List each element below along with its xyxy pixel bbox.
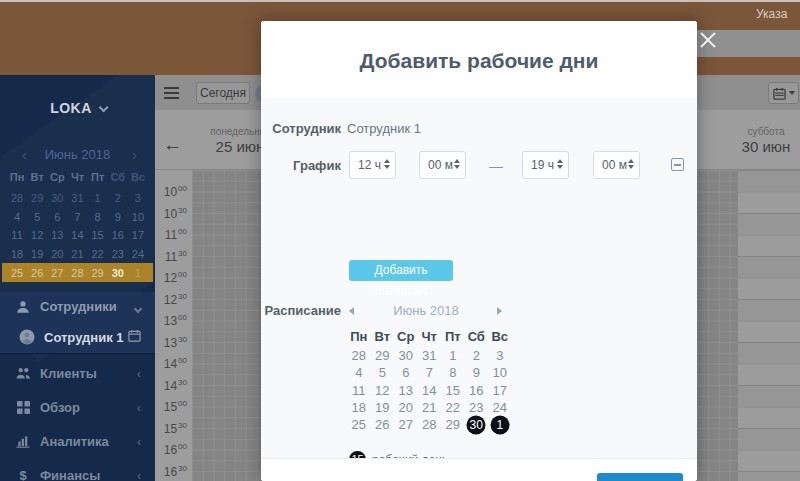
calendar-day[interactable]: 26 xyxy=(371,416,395,433)
calendar-day[interactable]: 29 xyxy=(27,192,47,204)
calendar-day[interactable]: 21 xyxy=(418,399,442,416)
calendar-day[interactable]: 9 xyxy=(108,211,128,223)
calendar-day[interactable]: 29 xyxy=(88,267,108,279)
from-minute-stepper[interactable]: 00 м xyxy=(419,151,466,179)
modal-prev-month-arrow[interactable] xyxy=(349,307,354,315)
calendar-day[interactable]: 3 xyxy=(128,192,148,204)
to-minute-stepper[interactable]: 00 м xyxy=(593,151,640,179)
calendar-day[interactable]: 28 xyxy=(67,267,87,279)
calendar-day[interactable]: 16 xyxy=(465,382,489,399)
calendar-day[interactable]: 2 xyxy=(465,347,489,364)
calendar-day[interactable]: 13 xyxy=(394,382,418,399)
calendar-day[interactable]: 20 xyxy=(47,248,67,260)
calendar-day[interactable]: 25 xyxy=(7,267,27,279)
remove-interval-button[interactable] xyxy=(671,158,684,171)
calendar-day[interactable]: 25 xyxy=(347,416,371,433)
calendar-day[interactable]: 29 xyxy=(441,416,465,433)
sidebar-item-сотрудники[interactable]: Сотрудники xyxy=(0,292,155,321)
calendar-day[interactable]: 26 xyxy=(27,267,47,279)
calendar-day[interactable]: 31 xyxy=(67,192,87,204)
calendar-day[interactable]: 14 xyxy=(67,229,87,241)
weekday-label: Сб xyxy=(108,171,128,183)
stepper-arrows-icon[interactable] xyxy=(628,159,634,169)
calendar-day[interactable]: 30 xyxy=(394,347,418,364)
calendar-day[interactable]: 1 xyxy=(441,347,465,364)
company-selector[interactable]: LOKA xyxy=(0,100,155,116)
calendar-day[interactable]: 4 xyxy=(347,364,371,381)
calendar-day[interactable]: 17 xyxy=(488,382,512,399)
calendar-day[interactable]: 24 xyxy=(128,248,148,260)
today-button[interactable]: Сегодня xyxy=(196,82,250,104)
calendar-day[interactable]: 28 xyxy=(7,192,27,204)
hamburger-menu-icon[interactable] xyxy=(164,87,179,99)
calendar-day[interactable]: 15 xyxy=(88,229,108,241)
header-notification-link[interactable]: Указа xyxy=(756,7,787,21)
calendar-day[interactable]: 19 xyxy=(27,248,47,260)
calendar-day[interactable]: 23 xyxy=(108,248,128,260)
calendar-day[interactable]: 29 xyxy=(371,347,395,364)
calendar-day[interactable]: 31 xyxy=(418,347,442,364)
calendar-day[interactable]: 28 xyxy=(347,347,371,364)
calendar-day[interactable]: 8 xyxy=(441,364,465,381)
calendar-day[interactable]: 7 xyxy=(67,211,87,223)
calendar-day[interactable]: 17 xyxy=(128,229,148,241)
modal-next-month-arrow[interactable] xyxy=(497,307,502,315)
calendar-day[interactable]: 24 xyxy=(488,399,512,416)
calendar-day[interactable]: 19 xyxy=(371,399,395,416)
sidebar-item-клиенты[interactable]: Клиенты‹ xyxy=(0,356,155,390)
calendar-day[interactable]: 12 xyxy=(27,229,47,241)
calendar-day[interactable]: 18 xyxy=(7,248,27,260)
calendar-icon[interactable] xyxy=(128,328,141,346)
stepper-arrows-icon[interactable] xyxy=(557,159,563,169)
calendar-day[interactable]: 13 xyxy=(47,229,67,241)
calendar-day[interactable]: 4 xyxy=(7,211,27,223)
calendar-day[interactable]: 1 xyxy=(88,192,108,204)
calendar-day[interactable]: 30 xyxy=(108,267,128,279)
calendar-day[interactable]: 27 xyxy=(47,267,67,279)
calendar-day[interactable]: 30 xyxy=(47,192,67,204)
calendar-day[interactable]: 10 xyxy=(128,211,148,223)
calendar-day[interactable]: 22 xyxy=(88,248,108,260)
sidebar-item-обзор[interactable]: Обзор‹ xyxy=(0,390,155,424)
time-label: 1630 xyxy=(155,464,187,479)
calendar-day[interactable]: 16 xyxy=(108,229,128,241)
sidebar-item-сотрудник-1[interactable]: Сотрудник 1 xyxy=(0,321,155,353)
save-button[interactable] xyxy=(597,473,683,481)
calendar-day[interactable]: 5 xyxy=(371,364,395,381)
sidebar-item-финансы[interactable]: $Финансы‹ xyxy=(0,458,155,481)
calendar-day[interactable]: 6 xyxy=(394,364,418,381)
calendar-day[interactable]: 15 xyxy=(441,382,465,399)
calendar-day[interactable]: 9 xyxy=(465,364,489,381)
calendar-day[interactable]: 14 xyxy=(418,382,442,399)
next-month-arrow[interactable]: › xyxy=(132,147,137,163)
calendar-day[interactable]: 2 xyxy=(108,192,128,204)
calendar-day-selected[interactable]: 30 xyxy=(465,416,489,433)
calendar-day[interactable]: 5 xyxy=(27,211,47,223)
calendar-day[interactable]: 11 xyxy=(347,382,371,399)
from-hour-stepper[interactable]: 12 ч xyxy=(349,151,396,179)
calendar-day[interactable]: 6 xyxy=(47,211,67,223)
calendar-day[interactable]: 27 xyxy=(394,416,418,433)
calendar-dropdown-button[interactable] xyxy=(768,82,799,104)
calendar-day[interactable]: 10 xyxy=(488,364,512,381)
close-icon[interactable] xyxy=(699,31,717,49)
calendar-day[interactable]: 21 xyxy=(67,248,87,260)
stepper-arrows-icon[interactable] xyxy=(384,159,390,169)
calendar-day[interactable]: 8 xyxy=(88,211,108,223)
calendar-day[interactable]: 28 xyxy=(418,416,442,433)
calendar-day[interactable]: 3 xyxy=(488,347,512,364)
calendar-day[interactable]: 23 xyxy=(465,399,489,416)
calendar-day[interactable]: 12 xyxy=(371,382,395,399)
calendar-day[interactable]: 18 xyxy=(347,399,371,416)
to-hour-stepper[interactable]: 19 ч xyxy=(522,151,569,179)
calendar-day[interactable]: 20 xyxy=(394,399,418,416)
calendar-day-selected[interactable]: 1 xyxy=(488,416,512,433)
add-interval-button[interactable]: Добавить интервал xyxy=(349,260,453,281)
day-column-header-saturday: суббота 30 июн xyxy=(706,126,800,155)
calendar-day[interactable]: 22 xyxy=(441,399,465,416)
stepper-arrows-icon[interactable] xyxy=(454,159,460,169)
sidebar-item-аналитика[interactable]: Аналитика‹ xyxy=(0,424,155,458)
calendar-day[interactable]: 7 xyxy=(418,364,442,381)
calendar-day[interactable]: 11 xyxy=(7,229,27,241)
calendar-day[interactable]: 1 xyxy=(128,267,148,279)
